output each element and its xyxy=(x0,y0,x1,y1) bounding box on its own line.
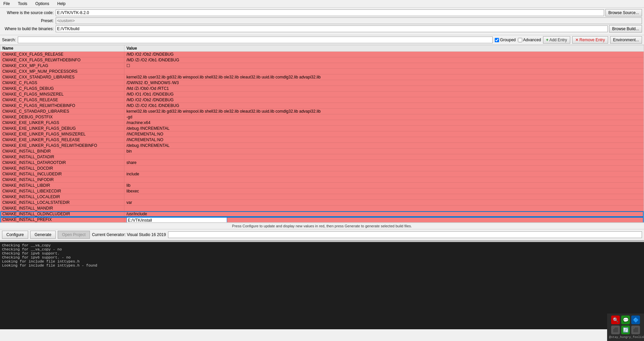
taskbar-area: 🔍 💬 🔷 ⬛ 🔄 ⬛ @stay_hungry_foolish xyxy=(607,314,644,329)
table-row[interactable]: CMAKE_C_FLAGS_MINSIZEREL/MD /O1 /Ob1 /DN… xyxy=(0,92,644,97)
menu-tools[interactable]: Tools xyxy=(16,1,29,7)
cell-value xyxy=(124,177,644,182)
cell-name: CMAKE_INSTALL_DATAROOTDIR xyxy=(0,160,124,165)
search-label: Search: xyxy=(2,38,16,42)
cell-value xyxy=(124,69,644,74)
cell-name: CMAKE_C_STANDARD_LIBRARIES xyxy=(0,109,124,114)
cell-name: CMAKE_EXE_LINKER_FLAGS_RELWITHDEBINFO xyxy=(0,143,124,148)
menu-help[interactable]: Help xyxy=(55,1,68,7)
table-row[interactable]: CMAKE_INSTALL_INCLUDEDIRinclude xyxy=(0,171,644,177)
table-row[interactable]: CMAKE_INSTALL_DATAROOTDIRshare xyxy=(0,160,644,166)
table-row[interactable]: CMAKE_C_FLAGS_RELWITHDEBINFO/MD /Zi /O2 … xyxy=(0,103,644,109)
table-row[interactable]: CMAKE_INSTALL_INFODIR xyxy=(0,177,644,183)
advanced-checkbox-label[interactable]: Advanced xyxy=(518,38,541,42)
table-row[interactable]: CMAKE_CXX_MP_FLAG☐ xyxy=(0,63,644,69)
menu-options[interactable]: Options xyxy=(33,1,51,7)
status-bar: Press Configure to update and display ne… xyxy=(0,223,644,229)
cell-name: CMAKE_INSTALL_LOCALEDIR xyxy=(0,194,124,200)
taskbar-icon-1[interactable]: 🔍 xyxy=(611,316,620,324)
cell-name: CMAKE_INSTALL_DATADIR xyxy=(0,154,124,160)
open-project-button[interactable]: Open Project xyxy=(58,231,90,239)
table-row[interactable]: CMAKE_C_FLAGS/DWIN32 /D_WINDOWS /W3 xyxy=(0,80,644,86)
table-row[interactable]: CMAKE_EXE_LINKER_FLAGS_MINSIZEREL/INCREM… xyxy=(0,131,644,137)
table-row[interactable]: CMAKE_EXE_LINKER_FLAGS_RELWITHDEBINFO/de… xyxy=(0,143,644,149)
taskbar-icon-4[interactable]: ⬛ xyxy=(611,326,620,329)
browse-build-button[interactable]: Browse Build... xyxy=(609,25,642,33)
taskbar-icon-3[interactable]: 🔷 xyxy=(631,316,640,324)
table-row[interactable]: CMAKE_EXE_LINKER_FLAGS/machine:x64 xyxy=(0,120,644,126)
menubar: File Tools Options Help xyxy=(0,0,644,8)
cell-name: CMAKE_C_FLAGS_MINSIZEREL xyxy=(0,92,124,97)
bottom-toolbar: Configure Generate Open Project Current … xyxy=(0,229,644,240)
table-row[interactable]: CMAKE_INSTALL_LIBEXECDIRlibexec xyxy=(0,188,644,194)
table-header: Name Value xyxy=(0,45,644,52)
remove-entry-button[interactable]: ✕ Remove Entry xyxy=(572,36,608,44)
table-row[interactable]: CMAKE_EXE_LINKER_FLAGS_DEBUG/debug /INCR… xyxy=(0,126,644,131)
table-row[interactable]: CMAKE_CXX_FLAGS_RELWITHDEBINFO/MD /Zi /O… xyxy=(0,57,644,63)
cell-name: CMAKE_CXX_MP_FLAG xyxy=(0,63,124,68)
cell-value: /usr/include xyxy=(124,211,644,217)
cell-value: /INCREMENTAL:NO xyxy=(124,131,644,137)
browse-source-button[interactable]: Browse Source... xyxy=(605,9,642,16)
preset-input[interactable] xyxy=(56,17,642,24)
table-row[interactable]: CMAKE_INSTALL_LIBDIRlib xyxy=(0,183,644,188)
log-line: Checking for __va_copy xyxy=(2,243,642,247)
cell-value: kernel32.lib user32.lib gdi32.lib winspo… xyxy=(124,74,644,80)
binaries-row: Where to build the binaries: Browse Buil… xyxy=(2,25,642,33)
taskbar-icon-5[interactable]: 🔄 xyxy=(621,326,630,329)
table-row[interactable]: CMAKE_INSTALL_MANDIR xyxy=(0,206,644,211)
table-row[interactable]: CMAKE_INSTALL_PREFIX xyxy=(0,217,644,223)
cell-name: CMAKE_CXX_FLAGS_RELWITHDEBINFO xyxy=(0,57,124,63)
top-form: Where is the source code: Browse Source.… xyxy=(0,8,644,35)
cell-value: lib xyxy=(124,183,644,188)
cell-value: /debug /INCREMENTAL xyxy=(124,143,644,148)
log-line: Checking for ipv6 support. - no xyxy=(2,255,642,260)
menu-file[interactable]: File xyxy=(1,1,12,7)
cell-name: CMAKE_INSTALL_MANDIR xyxy=(0,206,124,211)
col-header-value: Value xyxy=(124,45,644,51)
cell-name: CMAKE_EXE_LINKER_FLAGS xyxy=(0,120,124,125)
search-input[interactable] xyxy=(18,37,492,43)
cell-value: /Md /Zi /Ob0 /Od /RTC1 xyxy=(124,86,644,91)
taskbar-icon-6[interactable]: ⬛ xyxy=(631,326,640,329)
add-entry-button[interactable]: + Add Entry xyxy=(543,36,570,44)
table-row[interactable]: CMAKE_INSTALL_DATADIR xyxy=(0,154,644,160)
configure-button[interactable]: Configure xyxy=(2,231,28,239)
grouped-checkbox[interactable] xyxy=(495,38,499,42)
table-row[interactable]: CMAKE_CXX_FLAGS_RELEASE/MD /O2 /Ob2 /DND… xyxy=(0,52,644,57)
cell-value: /MD /O2 /Ob2 /DNDEBUG xyxy=(124,52,644,57)
table-row[interactable]: CMAKE_C_FLAGS_DEBUG/Md /Zi /Ob0 /Od /RTC… xyxy=(0,86,644,92)
table-row[interactable]: CMAKE_INSTALL_BINDIRbin xyxy=(0,149,644,154)
cell-value xyxy=(124,154,644,160)
log-line: Checking for __va_copy - no xyxy=(2,247,642,251)
table-row[interactable]: CMAKE_C_STANDARD_LIBRARIESkernel32.lib u… xyxy=(0,109,644,114)
table-row[interactable]: CMAKE_EXE_LINKER_FLAGS_RELEASE/INCREMENT… xyxy=(0,137,644,143)
table-row[interactable]: CMAKE_C_FLAGS_RELEASE/MD /O2 /Ob2 /DNDEB… xyxy=(0,97,644,103)
log-line: Checking for ipv6 support. xyxy=(2,251,642,255)
advanced-checkbox[interactable] xyxy=(518,38,522,42)
table-row[interactable]: CMAKE_INSTALL_DOCDIR xyxy=(0,166,644,171)
cell-name: CMAKE_EXE_LINKER_FLAGS_MINSIZEREL xyxy=(0,131,124,137)
cell-value: /MD /Zi /O2 /Ob1 /DNDEBUG xyxy=(124,103,644,108)
table-row[interactable]: CMAKE_CXX_MP_NUM_PROCESSORS xyxy=(0,69,644,74)
log-area: Checking for __va_copyChecking for __va_… xyxy=(0,242,644,329)
cell-name: CMAKE_DEBUG_POSTFIX xyxy=(0,114,124,120)
table-row[interactable]: CMAKE_CXX_STANDARD_LIBRARIESkernel32.lib… xyxy=(0,74,644,80)
source-input[interactable] xyxy=(56,9,604,16)
table-row[interactable]: CMAKE_INSTALL_LOCALSTATEDIRvar xyxy=(0,200,644,206)
cell-value-input[interactable] xyxy=(126,217,227,223)
cmake-table: Name Value CMAKE_CXX_FLAGS_RELEASE/MD /O… xyxy=(0,45,644,223)
environment-button[interactable]: Environment... xyxy=(610,36,642,44)
cell-name: CMAKE_CXX_FLAGS_RELEASE xyxy=(0,52,124,57)
cell-value[interactable] xyxy=(124,217,644,223)
table-row[interactable]: CMAKE_DEBUG_POSTFIX-gd xyxy=(0,114,644,120)
taskbar-icon-2[interactable]: 💬 xyxy=(621,316,630,324)
table-row[interactable]: CMAKE_INSTALL_LOCALEDIR xyxy=(0,194,644,200)
cell-value: /MD /O1 /Ob1 /DNDEBUG xyxy=(124,92,644,97)
cell-value: ☐ xyxy=(124,63,644,68)
generate-button[interactable]: Generate xyxy=(30,231,56,239)
table-row[interactable]: CMAKE_INSTALL_OLDINCLUDEDIR/usr/include xyxy=(0,211,644,217)
binaries-input[interactable] xyxy=(56,25,608,32)
cell-name: CMAKE_INSTALL_INFODIR xyxy=(0,177,124,182)
grouped-checkbox-label[interactable]: Grouped xyxy=(495,38,516,42)
